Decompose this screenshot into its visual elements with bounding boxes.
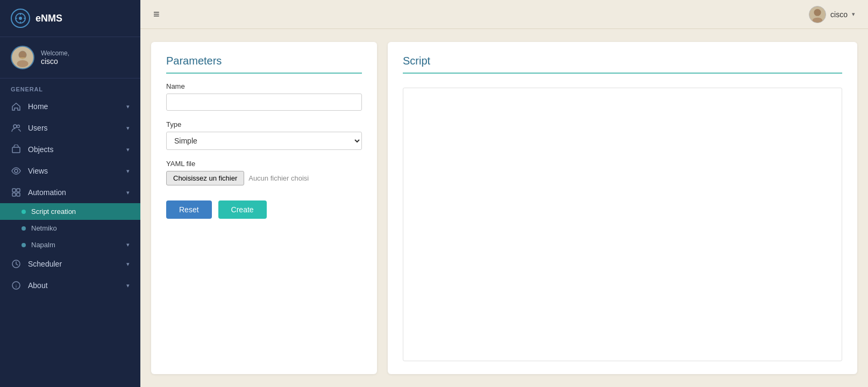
svg-point-20: [814, 9, 821, 16]
svg-rect-15: [12, 193, 16, 196]
sub-dot-icon: [22, 226, 26, 231]
svg-point-21: [813, 17, 823, 23]
type-field-group: Type Simple Netmiko Napalm File: [166, 120, 362, 150]
file-upload-group: Choisissez un fichier Aucun fichier choi…: [166, 171, 362, 185]
about-icon: i: [11, 280, 22, 291]
chevron-down-icon: ▾: [126, 261, 130, 268]
form-actions: Reset Create: [166, 200, 362, 219]
svg-rect-11: [12, 147, 20, 153]
topbar-username: cisco: [830, 10, 848, 19]
topbar-avatar: [809, 6, 826, 23]
chevron-down-icon: ▾: [126, 241, 130, 248]
sidebar-item-label-views: Views: [28, 167, 48, 175]
script-textarea[interactable]: [403, 88, 842, 361]
name-input[interactable]: [166, 94, 362, 111]
sidebar-item-scheduler[interactable]: Scheduler ▾: [0, 253, 140, 275]
svg-point-1: [19, 17, 22, 20]
svg-point-12: [15, 169, 18, 173]
user-info: Welcome, cisco: [41, 49, 69, 66]
hamburger-menu-icon[interactable]: ≡: [153, 8, 160, 20]
sidebar-item-users[interactable]: Users ▾: [0, 117, 140, 139]
home-icon: [11, 101, 22, 112]
parameters-title: Parameters: [166, 55, 362, 74]
sidebar-item-views[interactable]: Views ▾: [0, 160, 140, 182]
sidebar-item-label-users: Users: [28, 124, 48, 132]
type-label: Type: [166, 120, 362, 128]
sidebar-item-netmiko[interactable]: Netmiko: [0, 220, 140, 236]
user-menu[interactable]: cisco ▾: [809, 6, 855, 23]
parameters-panel: Parameters Name Type Simple Netmiko Napa…: [151, 42, 377, 374]
users-icon: [11, 123, 22, 133]
chevron-down-icon: ▾: [126, 146, 130, 153]
objects-icon: [11, 144, 22, 155]
sidebar-item-napalm[interactable]: Napalm ▾: [0, 236, 140, 253]
sidebar-logo: eNMS: [0, 0, 140, 37]
svg-rect-13: [12, 189, 16, 192]
sidebar-item-home[interactable]: Home ▾: [0, 96, 140, 117]
chevron-down-icon: ▾: [126, 168, 130, 175]
sub-dot-icon: [22, 243, 26, 247]
topbar-chevron-icon: ▾: [852, 11, 855, 18]
user-profile: Welcome, cisco: [0, 37, 140, 78]
welcome-text: Welcome,: [41, 49, 69, 57]
script-panel: Script: [388, 42, 857, 374]
section-label: GENERAL: [0, 78, 140, 96]
file-upload-button[interactable]: Choisissez un fichier: [166, 171, 244, 185]
sidebar-item-label-objects: Objects: [28, 145, 53, 154]
svg-point-9: [13, 125, 17, 128]
sidebar-sub-label-script-creation: Script creation: [31, 207, 76, 216]
username-display: cisco: [41, 57, 69, 66]
sidebar-item-label-automation: Automation: [28, 188, 66, 197]
svg-point-10: [17, 125, 20, 128]
views-icon: [11, 166, 22, 176]
sidebar-item-about[interactable]: i About ▾: [0, 275, 140, 296]
reset-button[interactable]: Reset: [166, 200, 212, 219]
yaml-field-group: YAML file Choisissez un fichier Aucun fi…: [166, 160, 362, 185]
content-panels: Parameters Name Type Simple Netmiko Napa…: [140, 29, 868, 387]
sub-dot-icon: [22, 210, 26, 214]
svg-rect-14: [17, 189, 20, 192]
file-upload-status: Aucun fichier choisi: [248, 174, 309, 182]
name-field-group: Name: [166, 82, 362, 111]
svg-text:i: i: [16, 283, 17, 289]
sidebar-item-label-scheduler: Scheduler: [28, 260, 62, 268]
script-title: Script: [403, 55, 842, 74]
sidebar-item-automation[interactable]: Automation ▾: [0, 182, 140, 203]
main-area: ≡ cisco ▾ Parameters Name Type: [140, 0, 868, 387]
svg-rect-16: [17, 193, 20, 196]
chevron-down-icon: ▾: [126, 282, 130, 289]
avatar: [11, 46, 34, 69]
chevron-down-icon: ▾: [126, 125, 130, 132]
chevron-down-icon: ▾: [126, 189, 130, 196]
logo-icon: [11, 9, 30, 28]
sidebar-item-label-home: Home: [28, 102, 48, 111]
type-select[interactable]: Simple Netmiko Napalm File: [166, 132, 362, 150]
svg-point-7: [17, 60, 28, 67]
name-label: Name: [166, 82, 362, 90]
sidebar-item-script-creation[interactable]: Script creation: [0, 203, 140, 220]
sidebar-sub-label-netmiko: Netmiko: [31, 224, 57, 232]
sidebar-item-label-about: About: [28, 281, 48, 290]
create-button[interactable]: Create: [218, 200, 267, 219]
automation-icon: [11, 187, 22, 198]
yaml-label: YAML file: [166, 160, 362, 168]
scheduler-icon: [11, 259, 22, 269]
sidebar-item-objects[interactable]: Objects ▾: [0, 139, 140, 160]
sidebar-sub-label-napalm: Napalm: [31, 241, 55, 249]
sidebar: eNMS Welcome, cisco GENERAL Home ▾: [0, 0, 140, 387]
topbar: ≡ cisco ▾: [140, 0, 868, 29]
app-title: eNMS: [35, 13, 62, 24]
chevron-down-icon: ▾: [126, 103, 130, 110]
